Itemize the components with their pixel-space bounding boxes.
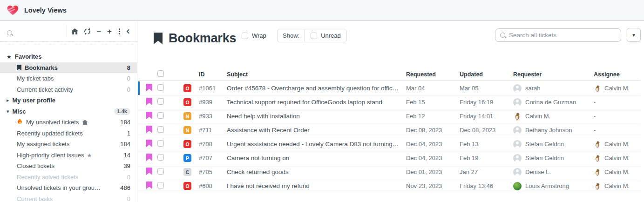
row-checkbox[interactable] [157,84,164,91]
search-icon[interactable] [7,30,12,35]
refresh-icon[interactable] [83,27,91,35]
sidebar-item[interactable]: Favorites [0,51,137,62]
sidebar-item[interactable]: Bookmarks 8 [0,62,137,74]
status-badge-icon: O [183,182,191,190]
sidebar-item-count: 8 [123,64,130,71]
ticket-id: #711 [199,127,227,134]
bird-icon [594,85,601,92]
plus-icon[interactable]: + [107,27,112,35]
col-header-requester: Requester [513,71,594,78]
unread-label: Unread [321,32,341,39]
select-all-checkbox[interactable] [157,70,164,77]
wrap-control: Wrap [242,32,266,39]
ticket-subject-link[interactable]: Need help with installation [227,113,406,120]
search-icon [500,33,505,38]
bird-icon [594,141,601,148]
bookmark-pin-icon[interactable] [146,126,152,133]
collapse-sidebar-icon[interactable] [127,29,131,34]
requested-date: Mar 04 [406,85,460,92]
bookmark-pin-icon[interactable] [146,112,152,119]
row-checkbox[interactable] [157,140,164,147]
sidebar-item[interactable]: My user profile [0,95,137,106]
status-badge-icon: O [183,140,191,148]
ticket-id: #933 [199,113,227,120]
sidebar-item-count: 14 [120,152,130,159]
requester-name: Bethany Johnson [525,127,572,134]
sidebar-nav: Favorites Bookmarks 8 My ticket tabs [0,51,137,202]
table-row[interactable]: N #933 Need help with installation Feb 1… [138,109,640,123]
sidebar-item-label: My assigned tickets [17,141,69,148]
ticket-subject-link[interactable]: Assistance with Recent Order [227,127,406,134]
sidebar-item[interactable]: Recently solved tickets 0 [0,172,137,183]
bookmark-pin-icon[interactable] [146,84,152,91]
row-checkbox[interactable] [157,126,164,133]
updated-date: Friday 14:01 [460,113,513,120]
table-row[interactable]: C #705 Check returned goods Dec 01, 2023… [138,165,640,179]
bookmark-pin-icon[interactable] [146,98,152,105]
sidebar-item[interactable]: My assigned tickets 184 [0,139,137,150]
bookmark-pin-icon[interactable] [146,140,152,147]
search-input[interactable] [509,29,621,41]
sidebar-item[interactable]: Unsolved tickets in your grou… 486 [0,182,137,194]
search-options-button[interactable] [627,28,641,42]
table-row[interactable]: O #608 I have not received my refund Nov… [138,179,640,193]
requester-avatar [513,98,522,107]
ticket-id: #705 [199,168,227,175]
sidebar-item[interactable]: My unsolved tickets 184 [0,117,137,128]
assignee-name: - [594,127,596,134]
wrap-checkbox[interactable] [242,33,248,39]
assignee-avatar [594,155,601,162]
sidebar-item[interactable]: Current tasks 0 [0,194,137,202]
ticket-subject-link[interactable]: I have not received my refund [227,182,406,189]
row-checkbox[interactable] [157,182,164,189]
ticket-subject-link[interactable]: Urgent assistance needed - Lovely Camera… [227,141,406,148]
assignee-cell: Calvin M. [594,155,640,162]
sidebar-item[interactable]: Current ticket activity 0 [0,84,137,95]
minus-icon[interactable]: − [96,27,101,35]
table-row[interactable]: O #708 Urgent assistance needed - Lovely… [138,137,640,151]
ticket-id: #707 [199,155,227,162]
updated-date: Mar 05 [460,85,513,92]
bird-icon [594,155,601,162]
requester-name: Stefan Geldrin [525,155,564,162]
heart-logo-icon [7,5,19,16]
top-bar: Lovely Views [0,0,644,21]
status-badge-icon: O [183,98,191,106]
bookmark-pin-icon[interactable] [146,182,152,189]
assignee-cell: - [594,99,640,106]
ticket-id: #939 [199,99,227,106]
row-checkbox[interactable] [157,112,164,119]
row-checkbox[interactable] [157,154,164,161]
ticket-subject-link[interactable]: Technical support required for OfficeGoo… [227,99,406,106]
sidebar-item[interactable]: My ticket tabs 0 [0,73,137,84]
sidebar-item[interactable]: Closed tickets 39 [0,161,137,172]
table-row[interactable]: N #711 Assistance with Recent Order Dec … [138,123,640,137]
ticket-subject-link[interactable]: Order #45678 - Overcharge and assembly q… [227,85,406,92]
assignee-cell: Calvin M. [594,168,640,176]
sidebar-item-label: My unsolved tickets [26,119,79,126]
status-badge-icon: O [183,84,191,92]
sidebar-item-trailing-icon [87,152,92,159]
sidebar-item[interactable]: Misc 1.4k [0,106,137,117]
sidebar-item-icon [7,54,12,60]
sidebar-item[interactable]: Recently updated tickets 1 [0,128,137,139]
kebab-menu-icon[interactable] [119,31,120,32]
sidebar-item[interactable]: High-priority client issues 14 [0,150,137,161]
sidebar: − + Favorites Bookmarks [0,21,137,202]
row-checkbox[interactable] [157,98,164,105]
requester-avatar [513,140,522,148]
table-row[interactable]: P #707 Camera not turning on Dec 04, 202… [138,151,640,165]
table-row[interactable]: O #1061 Order #45678 - Overcharge and as… [138,81,640,95]
table-header: ID Subject Requested Updated Requester A… [138,68,640,81]
home-icon[interactable] [71,28,78,34]
table-body: O #1061 Order #45678 - Overcharge and as… [138,81,640,193]
updated-date: Feb 13 [460,141,513,148]
updated-date: Feb 19 [460,155,513,162]
bookmark-pin-icon[interactable] [146,154,152,161]
ticket-subject-link[interactable]: Camera not turning on [227,155,406,162]
ticket-subject-link[interactable]: Check returned goods [227,168,406,175]
row-checkbox[interactable] [157,168,164,175]
table-row[interactable]: O #939 Technical support required for Of… [138,95,640,109]
unread-checkbox[interactable] [311,33,317,39]
bookmark-pin-icon[interactable] [146,168,152,175]
